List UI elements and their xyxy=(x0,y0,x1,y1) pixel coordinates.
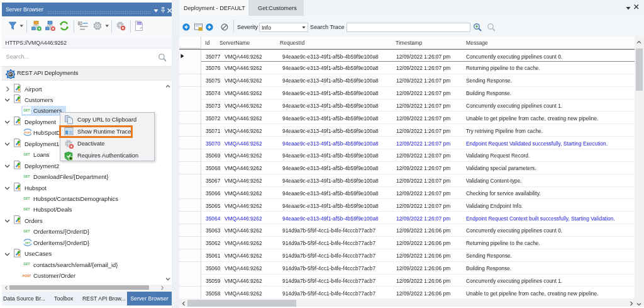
svg-text:POST: POST xyxy=(25,131,31,134)
svg-text:JSON: JSON xyxy=(136,23,142,25)
svg-text:API: API xyxy=(9,73,12,76)
svg-text:GET: GET xyxy=(25,241,31,244)
